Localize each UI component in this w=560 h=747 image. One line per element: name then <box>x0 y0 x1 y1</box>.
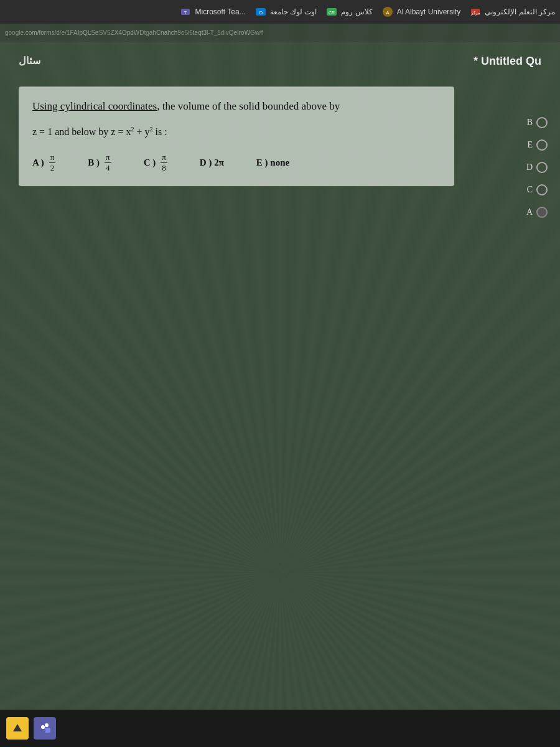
teams-taskbar-icon[interactable] <box>34 717 56 740</box>
radio-E[interactable]: E <box>527 139 548 151</box>
radio-C[interactable]: C <box>527 184 548 195</box>
radio-B-label: B <box>527 118 533 128</box>
answer-C-label: C ) <box>144 157 156 168</box>
taskbar-outlook[interactable]: O اوت لوك جامعة <box>254 6 317 18</box>
answer-C[interactable]: C ) π 8 <box>144 153 169 172</box>
taskbar-elearning[interactable]: مركز مركز التعلم الإلكتروني <box>469 6 555 18</box>
arrow-up-icon[interactable] <box>6 717 29 740</box>
svg-marker-10 <box>13 724 22 731</box>
answer-E-label: E ) none <box>256 157 289 168</box>
taskbar-classroom[interactable]: CR كلاس روم <box>325 6 372 18</box>
school-icon: مركز <box>469 6 482 18</box>
arabic-header: سئال <box>19 55 40 67</box>
svg-point-11 <box>45 723 49 727</box>
teams-icon: T <box>179 6 192 18</box>
radio-A-label: A <box>526 207 533 217</box>
answers-row: A ) π 2 B ) π 4 C ) π <box>32 153 441 172</box>
answer-B-label: B ) <box>88 157 100 168</box>
bottom-taskbar <box>0 710 560 747</box>
question-text: Using cylindrical coordinates, the volum… <box>32 98 441 115</box>
radio-D-circle[interactable] <box>536 162 548 173</box>
university-icon: A <box>381 6 394 18</box>
svg-point-13 <box>41 725 45 729</box>
radio-D-label: D <box>526 162 533 172</box>
answer-C-fraction: π 8 <box>161 153 167 172</box>
answer-E[interactable]: E ) none <box>256 157 291 168</box>
radio-C-circle[interactable] <box>536 184 548 195</box>
taskbar-classroom-label: كلاس روم <box>341 7 372 16</box>
svg-text:CR: CR <box>329 11 335 15</box>
svg-text:A: A <box>386 10 390 16</box>
fraction-B-denom: 4 <box>105 163 111 173</box>
question-box: Using cylindrical coordinates, the volum… <box>19 87 454 186</box>
taskbar-albayt-label: Al Albayt University <box>397 7 461 16</box>
header-row: سئال * Untitled Qu <box>19 55 541 68</box>
answer-D[interactable]: D ) 2π <box>200 157 225 168</box>
taskbar-outlook-label: اوت لوك جامعة <box>270 7 317 16</box>
svg-text:O: O <box>258 10 262 16</box>
fraction-A-numer: π <box>49 153 56 163</box>
taskbar: T Microsoft Tea... O اوت لوك جامعة CR كل… <box>0 0 560 24</box>
answer-B[interactable]: B ) π 4 <box>88 153 112 172</box>
answer-A-fraction: π 2 <box>49 153 56 172</box>
svg-text:T: T <box>184 10 187 16</box>
taskbar-albayt[interactable]: A Al Albayt University <box>381 6 461 18</box>
fraction-C-numer: π <box>161 153 167 163</box>
outlook-icon: O <box>254 6 267 18</box>
radio-A-circle[interactable] <box>536 207 548 218</box>
answer-B-fraction: π 4 <box>105 153 111 172</box>
taskbar-teams[interactable]: T Microsoft Tea... <box>179 6 245 18</box>
svg-text:مركز: مركز <box>470 11 480 16</box>
fraction-B-numer: π <box>105 153 111 163</box>
radio-D[interactable]: D <box>526 162 548 173</box>
radio-A[interactable]: A <box>526 207 548 218</box>
answer-A[interactable]: A ) π 2 <box>32 153 57 172</box>
page-title: * Untitled Qu <box>474 55 541 68</box>
radio-E-circle[interactable] <box>536 139 548 151</box>
radio-B[interactable]: B <box>527 117 548 128</box>
radio-E-label: E <box>527 140 533 150</box>
taskbar-teams-label: Microsoft Tea... <box>195 7 245 16</box>
radio-panel: B E D C A <box>526 117 548 218</box>
radio-C-label: C <box>527 185 533 195</box>
content-area: سئال * Untitled Qu Using cylindrical coo… <box>0 42 560 710</box>
taskbar-elearning-label: مركز التعلم الإلكتروني <box>485 7 555 16</box>
browser-area: google.com/forms/d/e/1FAIpQLSeSV5ZX4OpdW… <box>0 24 560 710</box>
answer-A-label: A ) <box>32 157 44 168</box>
svg-rect-14 <box>39 729 45 733</box>
radio-B-circle[interactable] <box>536 117 548 128</box>
fraction-A-denom: 2 <box>49 163 56 173</box>
fraction-C-denom: 8 <box>161 163 167 173</box>
math-equation: z = 1 and below by z = x2 + y2 is : <box>32 123 441 141</box>
classroom-icon: CR <box>325 6 338 18</box>
answer-D-label: D ) 2π <box>200 157 224 168</box>
